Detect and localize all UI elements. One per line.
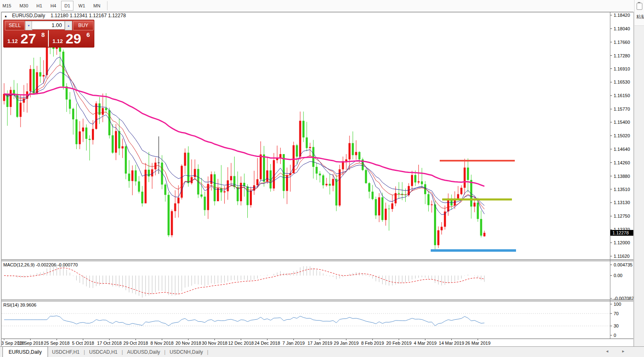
candle-body [39, 72, 41, 76]
price-scale-label: 1.16910 [614, 66, 630, 71]
candle-body [411, 175, 413, 186]
date-axis-label: 20 Nov 2018 [176, 341, 201, 346]
candle-body [250, 191, 252, 205]
date-axis-label: 30 Nov 2018 [202, 341, 227, 346]
candle-body [102, 108, 104, 115]
trade-panel-top-row: SELL ▼ 1.00 ▲ BUY [4, 20, 94, 30]
candle-body [187, 152, 190, 183]
chart-tab-eurusd-daily[interactable]: EURUSD,Daily [2, 346, 48, 357]
macd-scale-label: 0.004735 [614, 262, 633, 267]
candle-wick [254, 171, 254, 195]
candle-body [391, 203, 393, 209]
candle-wick [432, 200, 432, 212]
candle-body [477, 202, 479, 219]
candle-body [82, 127, 84, 132]
candle-body [260, 155, 262, 180]
candle-body [92, 129, 94, 140]
rsi-indicator-label: RSI(14) 39.9606 [3, 302, 37, 307]
candle-body [191, 177, 193, 183]
candle-body [464, 168, 466, 188]
price-scale-label: 1.13880 [614, 174, 630, 179]
sell-button[interactable]: SELL [5, 21, 25, 30]
candle-body [345, 159, 347, 161]
candle-body [329, 184, 331, 186]
tab-scroll-right-icon[interactable]: ► [621, 349, 631, 353]
candle-body [480, 219, 482, 236]
tab-scroll-left-icon[interactable]: ◄ [605, 349, 615, 353]
ask-price-pip: 6 [87, 31, 90, 38]
side-app-panel: 粘贴 [634, 0, 644, 357]
candle-body [302, 121, 304, 138]
volume-input[interactable]: 1.00 [32, 21, 65, 30]
chart-canvas[interactable]: 100703000.0047350.00-0.0070871.184201.18… [0, 0, 644, 357]
date-axis-label: 29 Jan 2019 [334, 341, 359, 346]
candle-wick [43, 60, 44, 84]
chart-header: ▲ EURUSD,Daily 1.12180 1.12341 1.12167 1… [4, 13, 126, 18]
buy-button[interactable]: BUY [73, 21, 94, 30]
candle-body [322, 175, 324, 185]
candle-body [460, 188, 462, 194]
chart-tab-usdcad-h1[interactable]: USDCAD,H1 [85, 347, 121, 357]
price-scale-label: 1.11620 [614, 254, 630, 259]
candle-body [43, 75, 45, 76]
candle-body [414, 175, 416, 182]
candle-body [427, 194, 429, 205]
price-scale-label: 1.17660 [614, 40, 630, 45]
macd-scale-label: -0.007087 [614, 296, 634, 301]
candle-wick [277, 146, 277, 163]
candle-body [33, 69, 35, 93]
date-axis-label: 25 Sep 2018 [44, 341, 69, 346]
collapse-panel-icon[interactable]: ▲ [4, 14, 7, 18]
volume-increase-button[interactable]: ▲ [65, 21, 72, 30]
ask-price-big: 29 [66, 31, 81, 47]
candle-body [210, 174, 212, 184]
chart-tab-bar: EURUSD,DailyUSDCHF,H1|USDCAD,H1|AUDUSD,D… [0, 346, 644, 357]
candle-body [95, 103, 97, 129]
candle-body [207, 184, 209, 210]
paste-button[interactable]: 粘贴 [635, 0, 644, 25]
paste-button-label: 粘贴 [636, 14, 644, 20]
chart-tab-usdcnh-daily[interactable]: USDCNH,Daily [165, 347, 207, 357]
candle-body [164, 184, 166, 195]
bid-price-prefix: 1.12 [7, 38, 18, 44]
ask-quote[interactable]: 1.12 29 6 [49, 31, 93, 46]
candle-body [171, 211, 173, 235]
candle-body [365, 170, 367, 183]
trend-hline-1[interactable] [442, 198, 512, 200]
date-axis-label: 29 Oct 2018 [123, 341, 148, 346]
one-click-trade-panel: SELL ▼ 1.00 ▲ BUY 1.12 27 8 1.12 29 6 [3, 20, 94, 48]
candle-wick [148, 152, 149, 182]
candle-wick [231, 163, 231, 186]
price-scale-label: 1.17280 [614, 53, 630, 58]
candle-body [385, 209, 387, 220]
candle-body [168, 195, 170, 235]
chart-tab-audusd-daily[interactable]: AUDUSD,Daily [123, 347, 164, 357]
price-scale-label: 1.18420 [614, 13, 630, 18]
candle-body [79, 132, 81, 144]
candle-wick [389, 205, 389, 231]
price-scale-label: 1.15400 [614, 120, 630, 125]
date-axis-label: 14 Mar 2019 [439, 341, 464, 346]
trading-app-window: M15M30H1H4D1W1MN 100703000.0047350.00-0.… [0, 0, 644, 357]
candle-body [375, 199, 377, 216]
price-scale-label: 1.12000 [614, 240, 630, 245]
trend-hline-2[interactable] [431, 249, 516, 252]
candle-body [467, 168, 469, 180]
candle-body [263, 155, 265, 182]
rsi-scale-label: 30 [614, 323, 619, 328]
candle-body [135, 171, 137, 182]
trend-hline-0[interactable] [440, 160, 515, 161]
candle-body [105, 108, 107, 110]
candle-body [421, 182, 423, 184]
candle-body [378, 197, 380, 215]
bid-quote[interactable]: 1.12 27 8 [4, 31, 48, 46]
chart-symbol-label: EURUSD,Daily [12, 13, 45, 18]
date-axis-label: 24 Dec 2018 [254, 341, 280, 346]
chart-tab-usdchf-h1[interactable]: USDCHF,H1 [48, 347, 84, 357]
macd-indicator-label: MACD(12,26,9) -0.002206 -0.000770 [3, 262, 78, 267]
candle-body [220, 188, 222, 192]
candle-body [141, 192, 143, 204]
candle-body [457, 194, 459, 198]
candle-body [108, 110, 110, 135]
date-axis-label: 17 Jan 2019 [308, 341, 333, 346]
